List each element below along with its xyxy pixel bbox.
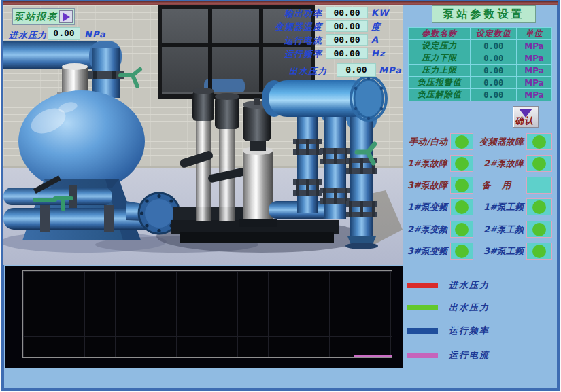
running-frequency-unit: Hz [371, 48, 385, 58]
table-row: 负压解除值 0.00 MPa [409, 89, 552, 101]
status-label-pump2-mains: 2#泵工频 [483, 224, 524, 236]
table-row: 负压报警值 0.00 MPa [409, 77, 552, 89]
indicator-dot [455, 223, 469, 236]
status-label-pump1-mains: 1#泵工频 [483, 201, 524, 213]
confirm-button-label: 确认 [515, 115, 534, 127]
output-power-label: 输出功率 [264, 7, 322, 20]
status-label-pump3-mains: 3#泵工频 [483, 245, 524, 257]
legend-label: 运行电流 [449, 349, 490, 361]
param-value[interactable]: 0.00 [471, 52, 517, 65]
legend-label: 运行频率 [449, 325, 490, 337]
col-header-unit: 单位 [517, 28, 552, 40]
trend-chart [5, 266, 403, 368]
param-value[interactable]: 0.00 [471, 77, 517, 89]
legend-swatch-outlet-pressure [407, 305, 438, 310]
param-unit: MPa [517, 52, 552, 65]
col-header-value: 设定数值 [471, 28, 517, 40]
play-button[interactable] [59, 10, 73, 23]
status-row: 手动/自动 变频器故障 [403, 133, 561, 151]
param-unit: MPa [517, 65, 552, 77]
status-row: 3#泵变频 3#泵工频 [403, 243, 561, 260]
status-label-manual-auto: 手动/自动 [409, 136, 447, 148]
status-indicator-pump2-fault [526, 155, 552, 172]
param-unit: MPa [517, 77, 552, 89]
param-unit: MPa [517, 89, 552, 101]
status-label-pump3-fault: 3#泵故障 [407, 179, 447, 192]
status-indicator-manual-auto[interactable] [450, 133, 473, 150]
param-name: 负压解除值 [409, 89, 471, 101]
legend-swatch-inlet-pressure [407, 283, 438, 288]
table-row: 压力下限 0.00 MPa [409, 52, 552, 65]
table-row: 压力上限 0.00 MPa [409, 65, 552, 77]
status-label-pump2-vfd: 2#泵变频 [407, 224, 447, 236]
running-current-unit: A [371, 35, 379, 45]
inlet-pressure-value: 0.00 [48, 27, 80, 40]
param-name: 负压报警值 [409, 77, 471, 89]
status-label-pump2-fault: 2#泵故障 [483, 158, 524, 170]
indicator-dot [455, 200, 469, 214]
status-label-pump1-vfd: 1#泵变频 [407, 201, 447, 213]
settings-table: 参数名称 设定数值 单位 设定压力 0.00 MPa 压力下限 0.00 MPa… [408, 27, 552, 101]
table-header-row: 参数名称 设定数值 单位 [409, 28, 552, 40]
running-frequency-label: 运行频率 [264, 48, 322, 60]
pump-station-3d-view: 泵站报表 进水压力 0.00 NPa 输出功率 00.00 KW 变频器温度 0… [3, 5, 403, 265]
parameter-panel: 泵站参数设置 参数名称 设定数值 单位 设定压力 0.00 MPa 压力下限 0… [403, 0, 561, 392]
indicator-dot [455, 157, 469, 171]
inverter-temp-label: 变频器温度 [264, 21, 322, 33]
inverter-temp-unit: 度 [371, 21, 381, 33]
status-indicator-pump3-fault [450, 177, 473, 194]
indicator-dot [455, 245, 469, 258]
status-indicator-pump1-fault [450, 155, 473, 172]
running-current-value: 00.00 [326, 34, 368, 46]
outlet-pressure-label: 出水压力 [289, 65, 327, 77]
legend-label: 进水压力 [449, 279, 490, 291]
legend-item: 运行频率 [407, 326, 490, 336]
indicator-dot [455, 135, 469, 149]
col-header-name: 参数名称 [409, 28, 471, 40]
outlet-header-pipe [262, 77, 386, 120]
running-current-trace [354, 355, 392, 357]
legend-swatch-running-current [407, 353, 438, 358]
panel-title: 泵站参数设置 [432, 5, 536, 23]
status-label-pump3-vfd: 3#泵变频 [407, 245, 447, 257]
legend-label: 出水压力 [449, 302, 490, 314]
status-indicator-pump2-vfd [450, 221, 473, 238]
indicator-dot [532, 223, 546, 236]
param-unit: MPa [517, 40, 552, 52]
param-value[interactable]: 0.00 [471, 89, 517, 101]
confirm-button[interactable]: 确认 [513, 106, 539, 128]
legend-item: 进水压力 [407, 281, 490, 290]
output-power-value: 00.00 [326, 7, 368, 18]
indicator-dot [532, 157, 546, 171]
trend-plot-area [22, 270, 392, 358]
outlet-pressure-unit: MPa [379, 65, 402, 75]
status-row: 1#泵变频 1#泵工频 [403, 198, 561, 216]
legend-item: 运行电流 [407, 351, 490, 360]
param-name: 设定压力 [409, 40, 471, 52]
output-power-unit: KW [371, 7, 389, 18]
legend-swatch-running-frequency [407, 328, 438, 334]
inlet-pressure-label: 进水压力 [9, 29, 47, 41]
roof-edge-strip [3, 1, 558, 5]
param-name: 压力下限 [409, 52, 471, 65]
status-indicator-pump2-mains [526, 221, 552, 238]
table-row: 设定压力 0.00 MPa [409, 40, 552, 52]
report-button[interactable]: 泵站报表 [12, 8, 75, 25]
status-label-vfd-fault: 变频器故障 [479, 136, 524, 148]
status-row: 1#泵故障 2#泵故障 [403, 155, 561, 173]
status-label-spare: 备 用 [473, 179, 524, 192]
indicator-dot [532, 245, 546, 258]
status-indicator-spare [526, 177, 552, 194]
status-indicator-pump1-vfd [450, 198, 473, 215]
param-value[interactable]: 0.00 [471, 40, 517, 52]
status-indicator-pump1-mains [526, 198, 552, 215]
inlet-pressure-unit: NPa [84, 29, 106, 39]
outlet-pressure-value: 0.00 [337, 63, 376, 77]
param-value[interactable]: 0.00 [471, 65, 517, 77]
running-frequency-value: 00.00 [326, 48, 368, 59]
running-current-label: 运行电流 [264, 35, 322, 47]
status-row: 3#泵故障 备 用 [403, 177, 561, 194]
status-indicator-pump3-mains [526, 243, 552, 260]
legend-item: 出水压力 [407, 303, 490, 313]
param-name: 压力上限 [409, 65, 471, 77]
